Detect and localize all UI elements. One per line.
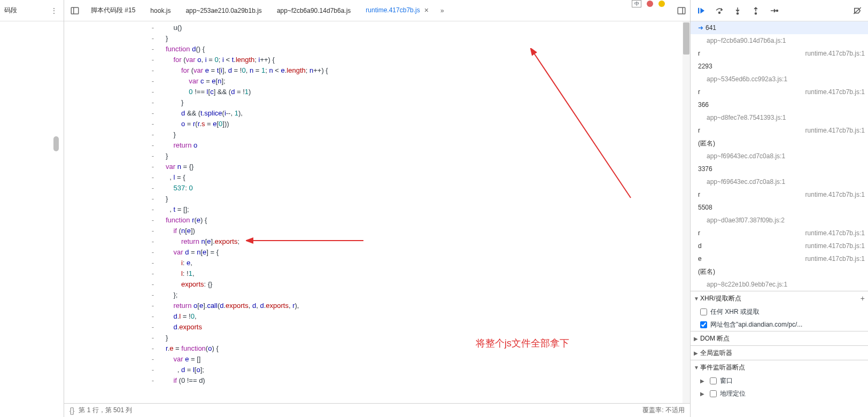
callstack-frame-2[interactable]: rruntime.417cb7b.js:1 [691,47,868,60]
xhr-breakpoints-section: ▼ XHR/提取断点 + 任何 XHR 或提取网址包含"api.diandian… [691,291,868,331]
step-icon[interactable] [765,2,782,19]
editor-scrollbar-thumb[interactable] [683,22,689,55]
frame-location: runtime.417cb7b.js:1 [805,255,865,262]
code-text[interactable]: u()}function d() { for (var o, i = 0; i … [166,21,690,403]
svg-point-13 [777,10,778,11]
callstack-frame-0[interactable]: ➜641 [691,21,868,34]
add-breakpoint-icon[interactable]: + [861,294,865,303]
ime-indicator: 中 [632,0,641,7]
step-out-icon[interactable] [747,2,764,19]
tab-overflow-icon[interactable]: » [436,0,448,21]
event-section-header[interactable]: ▼ 事件监听器断点 [691,360,868,374]
callstack-source-4[interactable]: app~5345ed6b.cc992a3.js:1 [691,73,868,86]
resume-icon[interactable] [693,2,710,19]
frame-name: d [698,242,805,250]
tab-0[interactable]: 脚本代码段 #15 [83,0,143,21]
sidebar-title: 码段 [4,6,49,15]
frame-name: 3376 [698,165,865,173]
navigator-toggle-icon[interactable] [66,0,83,21]
tab-2[interactable]: app~253ae210.0a29b1b.js [178,0,269,21]
svg-point-7 [719,12,720,13]
frame-name: r [698,191,805,198]
callstack-frame-8[interactable]: rruntime.417cb7b.js:1 [691,124,868,137]
callstack-frame-13[interactable]: rruntime.417cb7b.js:1 [691,188,868,201]
event-category-0[interactable]: ▶窗口 [691,374,868,387]
dom-section-header[interactable]: ▶ DOM 断点 [691,331,868,345]
chevron-down-icon: ▼ [694,296,700,302]
category-label: 地理定位 [720,389,746,398]
svg-point-9 [737,12,739,14]
tab-label: hook.js [150,7,170,14]
callstack-frame-6[interactable]: 366 [691,98,868,111]
chevron-right-icon: ▶ [700,378,707,384]
frame-name: 641 [706,24,865,32]
callstack-frame-5[interactable]: rruntime.417cb7b.js:1 [691,86,868,98]
step-over-icon[interactable] [711,2,728,19]
svg-point-11 [755,12,757,14]
tab-label: 脚本代码段 #15 [91,6,135,15]
debug-toolbar [691,0,868,21]
frame-name: r [698,88,805,96]
svg-rect-6 [698,7,699,13]
callstack-frame-14[interactable]: 5508 [691,201,868,214]
frame-location: runtime.417cb7b.js:1 [805,242,865,250]
callstack-frame-18[interactable]: eruntime.417cb7b.js:1 [691,252,868,265]
frame-name: 366 [698,101,865,109]
event-listener-breakpoints-section: ▼ 事件监听器断点 ▶窗口▶地理定位 [691,360,868,400]
callstack-frame-3[interactable]: 2293 [691,60,868,73]
cursor-position: 第 1 行，第 501 列 [79,406,132,415]
tab-1[interactable]: hook.js [143,0,178,21]
callstack-source-1[interactable]: app~f2cb6a90.14d7b6a.js:1 [691,34,868,47]
tab-label: runtime.417cb7b.js [366,6,420,14]
frame-name: r [698,127,805,134]
frame-location: runtime.417cb7b.js:1 [805,50,865,57]
callstack-frame-17[interactable]: druntime.417cb7b.js:1 [691,240,868,252]
callstack-source-10[interactable]: app~f69643ec.cd7c0a8.js:1 [691,150,868,163]
step-into-icon[interactable] [729,2,746,19]
category-label: 窗口 [720,376,733,385]
frame-name: 5508 [698,204,865,211]
checkbox[interactable] [710,390,717,397]
checkbox[interactable] [710,377,717,384]
breakpoint-label: 网址包含"api.diandian.com/pc/... [710,320,802,329]
checkbox[interactable] [700,321,707,328]
global-section-header[interactable]: ▶ 全局监听器 [691,346,868,360]
xhr-section-header[interactable]: ▼ XHR/提取断点 + [691,291,868,305]
callstack-frame-19[interactable]: (匿名) [691,265,868,278]
gutter: ---------------------------------- [64,21,166,403]
callstack-source-20[interactable]: app~8c22e1b0.9ebb7ec.js:1 [691,278,868,291]
tab-label: app~253ae210.0a29b1b.js [185,7,261,14]
chevron-right-icon: ▶ [694,350,700,356]
svg-rect-0 [71,7,79,14]
callstack-frame-16[interactable]: rruntime.417cb7b.js:1 [691,227,868,240]
frame-location: runtime.417cb7b.js:1 [805,191,865,198]
annotation-text: 将整个js文件全部拿下 [476,337,569,350]
tab-3[interactable]: app~f2cb6a90.14d7b6a.js [269,0,358,21]
show-source-list-icon[interactable] [673,0,690,21]
editor[interactable]: ---------------------------------- u()}f… [64,21,690,403]
code-editor-area: 脚本代码段 #15hook.jsapp~253ae210.0a29b1b.jsa… [64,0,691,417]
deactivate-breakpoints-icon[interactable] [849,2,866,19]
frame-name: r [698,229,805,237]
pretty-print-icon[interactable]: {} [69,406,74,415]
callstack-frame-9[interactable]: (匿名) [691,137,868,150]
sidebar-scrollbar-thumb[interactable] [53,136,59,151]
xhr-breakpoint-0[interactable]: 任何 XHR 或提取 [691,305,868,318]
close-icon[interactable]: × [424,6,429,14]
callstack: ➜641app~f2cb6a90.14d7b6a.js:1rruntime.41… [691,21,868,291]
current-frame-icon: ➜ [698,24,703,32]
more-icon[interactable]: ⋮ [49,5,59,16]
checkbox[interactable] [700,308,707,315]
callstack-source-7[interactable]: app~d8fec7e8.7541393.js:1 [691,111,868,124]
chevron-right-icon: ▶ [700,391,707,397]
callstack-source-12[interactable]: app~f69643ec.cd7c0a8.js:1 [691,175,868,188]
event-category-1[interactable]: ▶地理定位 [691,387,868,400]
callstack-source-15[interactable]: app~d0ae3f07.387f09b.js:2 [691,214,868,227]
coverage-status: 覆盖率: 不适用 [642,406,685,415]
status-dot-red [647,1,653,7]
callstack-frame-11[interactable]: 3376 [691,163,868,175]
frame-location: runtime.417cb7b.js:1 [805,229,865,237]
editor-scrollbar[interactable] [683,21,690,403]
tab-4[interactable]: runtime.417cb7b.js× [358,0,436,21]
xhr-breakpoint-1[interactable]: 网址包含"api.diandian.com/pc/... [691,318,868,331]
